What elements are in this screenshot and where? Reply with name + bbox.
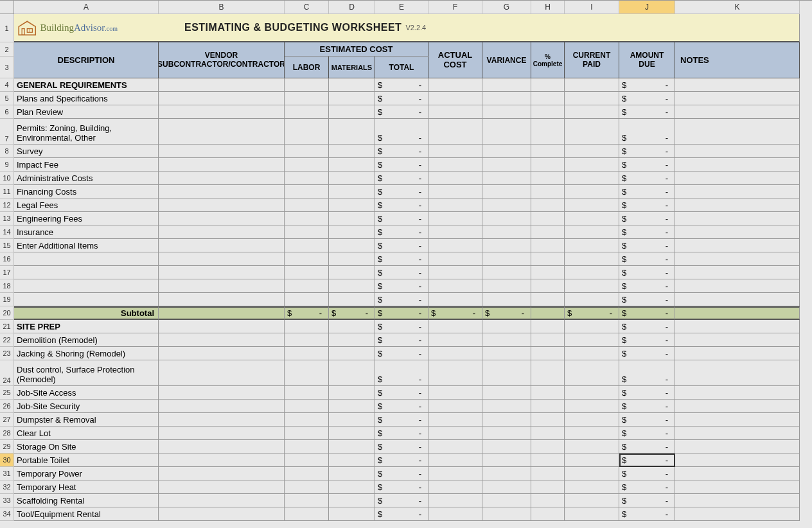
cell[interactable] xyxy=(482,494,531,507)
cell[interactable] xyxy=(482,119,531,145)
vendor-cell[interactable] xyxy=(159,360,285,386)
total-cell[interactable]: $- xyxy=(375,239,428,252)
notes-cell[interactable] xyxy=(675,467,800,480)
cell[interactable] xyxy=(565,360,619,386)
notes-cell[interactable] xyxy=(675,172,800,185)
cell[interactable] xyxy=(482,225,531,239)
desc-cell[interactable] xyxy=(14,252,159,266)
desc-cell[interactable]: GENERAL REQUIREMENTS xyxy=(14,78,159,92)
cell[interactable] xyxy=(482,279,531,293)
cell[interactable] xyxy=(428,266,482,279)
subtotal-vendor[interactable] xyxy=(159,306,285,320)
notes-cell[interactable] xyxy=(675,413,800,427)
row-header-9[interactable]: 9 xyxy=(0,158,14,172)
cell[interactable] xyxy=(531,494,565,507)
cell[interactable] xyxy=(565,333,619,347)
subtotal-materials[interactable]: $- xyxy=(329,306,375,320)
amount-due-cell[interactable]: $- xyxy=(619,78,675,92)
notes-cell[interactable] xyxy=(675,440,800,453)
row-header-12[interactable]: 12 xyxy=(0,198,14,212)
cell[interactable] xyxy=(482,413,531,427)
row-header-5[interactable]: 5 xyxy=(0,92,14,105)
cell[interactable] xyxy=(565,413,619,427)
cell[interactable] xyxy=(329,92,375,105)
cell[interactable] xyxy=(565,145,619,158)
notes-cell[interactable] xyxy=(675,453,800,467)
desc-cell[interactable]: Demolition (Remodel) xyxy=(14,333,159,347)
row-header-13[interactable]: 13 xyxy=(0,212,14,225)
cell[interactable] xyxy=(329,507,375,521)
amount-due-cell[interactable]: $- xyxy=(619,507,675,521)
cell[interactable] xyxy=(482,78,531,92)
row-header-7[interactable]: 7 xyxy=(0,119,14,145)
cell[interactable] xyxy=(428,198,482,212)
notes-cell[interactable] xyxy=(675,293,800,306)
amount-due-cell[interactable]: $- xyxy=(619,92,675,105)
cell[interactable] xyxy=(285,427,329,440)
desc-cell[interactable] xyxy=(14,266,159,279)
cell[interactable] xyxy=(285,413,329,427)
cell[interactable] xyxy=(482,266,531,279)
cell[interactable] xyxy=(428,252,482,266)
row-header-21[interactable]: 21 xyxy=(0,320,14,333)
notes-cell[interactable] xyxy=(675,78,800,92)
cell[interactable] xyxy=(565,453,619,467)
cell[interactable] xyxy=(329,172,375,185)
total-cell[interactable]: $- xyxy=(375,467,428,480)
cell[interactable] xyxy=(428,347,482,360)
cell[interactable] xyxy=(531,239,565,252)
cell[interactable] xyxy=(482,212,531,225)
cell[interactable] xyxy=(531,507,565,521)
cell[interactable] xyxy=(285,172,329,185)
cell[interactable] xyxy=(482,293,531,306)
cell[interactable] xyxy=(565,158,619,172)
row-header-3[interactable]: 3 xyxy=(0,57,14,78)
cell[interactable] xyxy=(285,105,329,119)
cell[interactable] xyxy=(329,145,375,158)
total-cell[interactable]: $- xyxy=(375,360,428,386)
cell[interactable] xyxy=(565,467,619,480)
cell[interactable] xyxy=(329,119,375,145)
vendor-cell[interactable] xyxy=(159,507,285,521)
cell[interactable] xyxy=(329,413,375,427)
cell[interactable] xyxy=(285,386,329,400)
cell[interactable] xyxy=(428,172,482,185)
vendor-cell[interactable] xyxy=(159,172,285,185)
desc-cell[interactable] xyxy=(14,279,159,293)
vendor-cell[interactable] xyxy=(159,333,285,347)
cell[interactable] xyxy=(482,467,531,480)
vendor-cell[interactable] xyxy=(159,212,285,225)
desc-cell[interactable]: Jacking & Shoring (Remodel) xyxy=(14,347,159,360)
amount-due-cell[interactable]: $- xyxy=(619,320,675,333)
cell[interactable] xyxy=(285,293,329,306)
cell[interactable] xyxy=(428,360,482,386)
vendor-cell[interactable] xyxy=(159,145,285,158)
cell[interactable] xyxy=(329,158,375,172)
cell[interactable] xyxy=(428,494,482,507)
row-header-22[interactable]: 22 xyxy=(0,333,14,347)
cell[interactable] xyxy=(285,78,329,92)
cell[interactable] xyxy=(482,453,531,467)
cell[interactable] xyxy=(329,266,375,279)
row-header-10[interactable]: 10 xyxy=(0,172,14,185)
cell[interactable] xyxy=(482,347,531,360)
notes-cell[interactable] xyxy=(675,158,800,172)
desc-cell[interactable]: Job-Site Access xyxy=(14,386,159,400)
cell[interactable] xyxy=(531,467,565,480)
desc-cell[interactable]: Dust control, Surface Protection (Remode… xyxy=(14,360,159,386)
notes-cell[interactable] xyxy=(675,494,800,507)
amount-due-cell[interactable]: $- xyxy=(619,198,675,212)
row-header-6[interactable]: 6 xyxy=(0,105,14,119)
cell[interactable] xyxy=(285,440,329,453)
col-header-K[interactable]: K xyxy=(675,1,800,14)
vendor-cell[interactable] xyxy=(159,119,285,145)
cell[interactable] xyxy=(482,252,531,266)
cell[interactable] xyxy=(565,119,619,145)
cell[interactable] xyxy=(285,347,329,360)
cell[interactable] xyxy=(285,279,329,293)
subtotal-notes[interactable] xyxy=(675,306,800,320)
vendor-cell[interactable] xyxy=(159,158,285,172)
cell[interactable] xyxy=(428,453,482,467)
cell[interactable] xyxy=(482,172,531,185)
cell[interactable] xyxy=(531,427,565,440)
